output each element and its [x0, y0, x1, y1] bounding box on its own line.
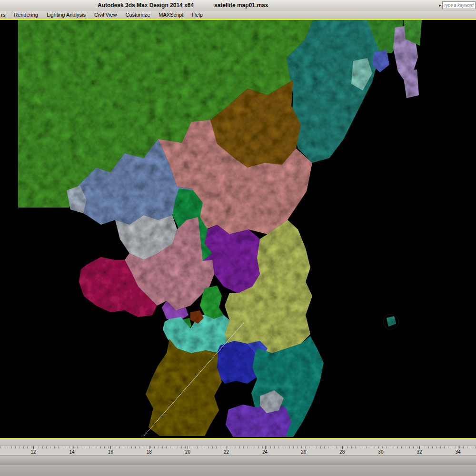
ruler-tick-14	[72, 446, 72, 449]
ruler-tick-26	[304, 446, 304, 449]
ruler-label-22: 22	[224, 449, 229, 455]
ruler-label-20: 20	[185, 449, 190, 455]
infocenter-search: ▸	[439, 1, 476, 9]
search-dropdown-arrow-icon[interactable]: ▸	[439, 3, 441, 8]
map-region-purple-south[interactable]	[226, 403, 291, 437]
ruler-tick-34	[458, 446, 458, 449]
ruler-tick-16	[110, 446, 111, 449]
ruler-label-24: 24	[262, 449, 268, 455]
map-svg[interactable]	[0, 20, 476, 438]
title-bar: Autodesk 3ds Max Design 2014 x64 satelli…	[0, 0, 476, 10]
map-region-lavender-low[interactable]	[403, 69, 419, 98]
ruler-label-34: 34	[456, 449, 461, 455]
ruler-tick-30	[381, 446, 381, 449]
menu-item-maxscript[interactable]: MAXScript	[154, 11, 188, 19]
ruler-tick-24	[265, 446, 266, 449]
map-region-purple-central[interactable]	[203, 225, 260, 293]
ruler-label-18: 18	[147, 449, 152, 455]
viewport[interactable]	[0, 19, 476, 439]
map-land	[18, 20, 422, 437]
ruler-label-12: 12	[30, 449, 36, 455]
app-title: Autodesk 3ds Max Design 2014 x64	[98, 2, 194, 9]
menu-item-lighting-analysis[interactable]: Lighting Analysis	[42, 11, 90, 19]
ruler-label-30: 30	[378, 449, 383, 455]
ruler-tick-32	[419, 446, 420, 449]
ruler-tick-28	[342, 446, 343, 449]
ruler-label-28: 28	[339, 449, 345, 455]
ruler-label-32: 32	[416, 449, 422, 455]
time-slider-strip[interactable]	[0, 439, 476, 446]
menubar: rsRenderingLighting AnalysisCivil ViewCu…	[0, 10, 476, 19]
map-region-teal-island[interactable]	[387, 316, 396, 327]
ruler-label-14: 14	[69, 449, 75, 455]
status-bar	[0, 465, 476, 476]
track-bar[interactable]	[0, 455, 476, 465]
menu-item-customize[interactable]: Customize	[121, 11, 154, 19]
ruler-label-26: 26	[301, 449, 306, 455]
search-input[interactable]	[442, 1, 476, 9]
ruler-label-16: 16	[108, 449, 113, 455]
ruler-tick-12	[33, 446, 34, 449]
timeline-ruler[interactable]: 121416182022242628303234	[0, 446, 476, 455]
menu-item-help[interactable]: Help	[188, 11, 207, 19]
file-title: satellite map01.max	[214, 2, 268, 9]
menu-item-rendering[interactable]: Rendering	[10, 11, 42, 19]
ruler-tick-20	[188, 446, 188, 449]
menu-item-civil-view[interactable]: Civil View	[90, 11, 121, 19]
ruler-tick-22	[227, 446, 227, 449]
map-region-olive-southwest[interactable]	[146, 339, 222, 436]
ruler-tick-18	[149, 446, 149, 449]
menu-item-rs[interactable]: rs	[0, 11, 10, 19]
